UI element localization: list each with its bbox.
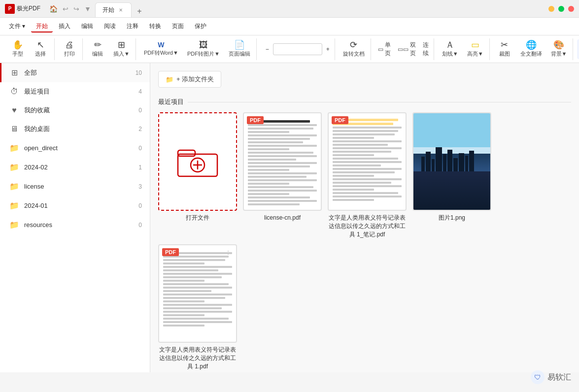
tool-insert[interactable]: ⊞ 插入▼: [109, 39, 134, 59]
add-folder-label: + 添加文件夹: [176, 75, 214, 84]
view-double-btn[interactable]: ▭▭ 双页: [395, 39, 419, 59]
file-name-img1: 图片1.png: [439, 214, 465, 222]
sidebar-item-license[interactable]: 📁 license 3: [0, 177, 150, 196]
menu-insert[interactable]: 插入: [54, 20, 75, 33]
tool-translate[interactable]: 🌐 全文翻译: [516, 39, 546, 59]
file-card-license-cn[interactable]: PDF: [243, 112, 322, 238]
2024-02-count: 1: [138, 164, 142, 171]
toolbar-icons-left: 🏠 ↩ ↪ ▼: [45, 4, 95, 14]
window-minimize[interactable]: [548, 6, 554, 12]
open-file-label: 打开文件: [186, 214, 209, 222]
crop-icon: ✂: [501, 40, 508, 49]
view-single-btn[interactable]: ▭ 单页: [375, 39, 394, 59]
menu-protect[interactable]: 保护: [190, 20, 211, 33]
menu-file[interactable]: 文件 ▾: [4, 20, 30, 33]
view-double-icon: ▭▭: [398, 46, 409, 53]
favorites-count: 0: [138, 107, 142, 114]
background-icon: 🎨: [553, 40, 564, 49]
highlight-icon: Ａ: [445, 40, 454, 49]
sidebar-item-favorites[interactable]: ♥ 我的收藏 0: [0, 101, 150, 120]
file-card-wz1[interactable]: PDF: [328, 112, 407, 238]
pdf2word-icon: W: [158, 41, 164, 48]
print-label: 打印: [64, 50, 75, 58]
tool-group-annotate: Ａ 划线▼ ▭ 高亮▼: [436, 38, 490, 60]
undo-icon[interactable]: ↩: [61, 4, 70, 14]
view-single-icon: ▭: [378, 46, 383, 53]
sidebar-item-open_direct[interactable]: 📁 open_direct 0: [0, 138, 150, 158]
sidebar-item-resources[interactable]: 📁 resources 0: [0, 215, 150, 234]
sidebar-item-2024-01[interactable]: 📁 2024-01 0: [0, 196, 150, 215]
zoom-out-btn[interactable]: −: [263, 44, 272, 54]
file-card-img1[interactable]: PNG: [412, 112, 491, 238]
view-continuous-btn[interactable]: 连续: [420, 39, 432, 59]
tool-ai[interactable]: Ai: [577, 39, 579, 59]
tool-hand[interactable]: ✋ 手型: [7, 39, 29, 59]
menu-start[interactable]: 开始: [31, 20, 53, 33]
sidebar-item-recent[interactable]: ⏱ 最近项目 4: [0, 82, 150, 101]
resources-label: resources: [24, 221, 134, 229]
tool-select[interactable]: ↖ 选择: [30, 39, 51, 59]
open-file-thumb[interactable]: [158, 112, 237, 211]
tool-group-ai: Ai: [575, 38, 579, 60]
menu-edit[interactable]: 编辑: [76, 20, 98, 33]
tool-pageedit[interactable]: 📄 页面编辑: [225, 39, 254, 59]
tool-print[interactable]: 🖨 打印: [59, 39, 80, 59]
tool-background[interactable]: 🎨 背景▼: [547, 39, 571, 59]
tool-group-selection: ✋ 手型 ↖ 选择: [4, 38, 55, 60]
pageedit-icon: 📄: [234, 40, 245, 49]
2024-01-label: 2024-01: [24, 202, 134, 209]
open-file-card[interactable]: 打开文件: [158, 112, 237, 238]
2024-01-count: 0: [138, 202, 142, 209]
home-icon[interactable]: 🏠: [47, 4, 60, 14]
main-layout: ⊞ 全部 10 ⏱ 最近项目 4 ♥ 我的收藏 0 🖥 我的桌面 2 📁 ope…: [0, 63, 579, 372]
zoom-in-btn[interactable]: +: [323, 44, 333, 54]
redo-icon[interactable]: ↪: [71, 4, 81, 14]
tool-highlight[interactable]: Ａ 划线▼: [438, 39, 462, 59]
tab-new[interactable]: +: [134, 5, 145, 17]
file-name-license-cn: license-cn.pdf: [264, 214, 301, 222]
select-icon: ↖: [37, 40, 44, 49]
file-thumb-wz1: PDF: [328, 112, 407, 211]
window-close[interactable]: [568, 6, 574, 12]
pageedit-label: 页面编辑: [229, 50, 250, 58]
content-area: 📁 + 添加文件夹 最近项目 打开文件: [150, 63, 579, 372]
tool-edit[interactable]: ✏ 编辑: [87, 39, 108, 59]
add-folder-button[interactable]: 📁 + 添加文件夹: [158, 71, 221, 88]
sidebar-item-all[interactable]: ⊞ 全部 10: [0, 63, 150, 82]
tab-home-close[interactable]: ✕: [117, 7, 124, 14]
file-thumb-license-cn: PDF: [243, 112, 322, 211]
crop-label: 裁图: [499, 50, 510, 58]
pdf2word-label: PDF转Word▼: [144, 49, 178, 57]
tool-group-zoom: − +: [261, 38, 335, 60]
desktop-label: 我的桌面: [24, 125, 134, 133]
edit-icon: ✏: [94, 40, 102, 49]
menu-annotate[interactable]: 注释: [122, 20, 143, 33]
all-label: 全部: [24, 68, 131, 77]
tool-line[interactable]: ▭ 高亮▼: [463, 39, 487, 59]
recent-icon: ⏱: [9, 87, 19, 96]
tool-pdf2word[interactable]: W PDF转Word▼: [140, 39, 182, 59]
sidebar-item-desktop[interactable]: 🖥 我的桌面 2: [0, 120, 150, 138]
window-maximize[interactable]: [558, 6, 564, 12]
tool-rotate[interactable]: ⟳ 旋转文档: [339, 39, 369, 59]
tool-group-convert: W PDF转Word▼ 🖼 PDF转图片▼ 📄 页面编辑: [138, 38, 257, 60]
tool-pdf2img[interactable]: 🖼 PDF转图片▼: [183, 39, 224, 59]
tool-crop[interactable]: ✂ 裁图: [494, 39, 515, 59]
menu-read[interactable]: 阅读: [99, 20, 121, 33]
favorites-icon: ♥: [9, 106, 19, 115]
menu-convert[interactable]: 转换: [144, 20, 166, 33]
zoom-input[interactable]: [273, 43, 322, 55]
file-name-wz2: 文字是人类用表义符号记录表达信息以传之久远的方式和工具 1.pdf: [158, 346, 237, 370]
more-icon[interactable]: ▼: [82, 4, 93, 14]
pdf-badge-wz1: PDF: [332, 116, 348, 124]
logo-icon: P: [5, 4, 15, 14]
svg-rect-1: [178, 150, 195, 156]
tab-home[interactable]: 开始 ✕: [95, 2, 132, 17]
file-card-wz2[interactable]: PDF ⋮: [158, 244, 237, 370]
pdf-content-wz1: [329, 113, 406, 210]
menu-page[interactable]: 页面: [167, 20, 189, 33]
rotate-icon: ⟳: [350, 40, 357, 49]
recent-label: 最近项目: [24, 87, 134, 96]
2024-02-icon: 📁: [9, 163, 19, 172]
sidebar-item-2024-02[interactable]: 📁 2024-02 1: [0, 158, 150, 177]
